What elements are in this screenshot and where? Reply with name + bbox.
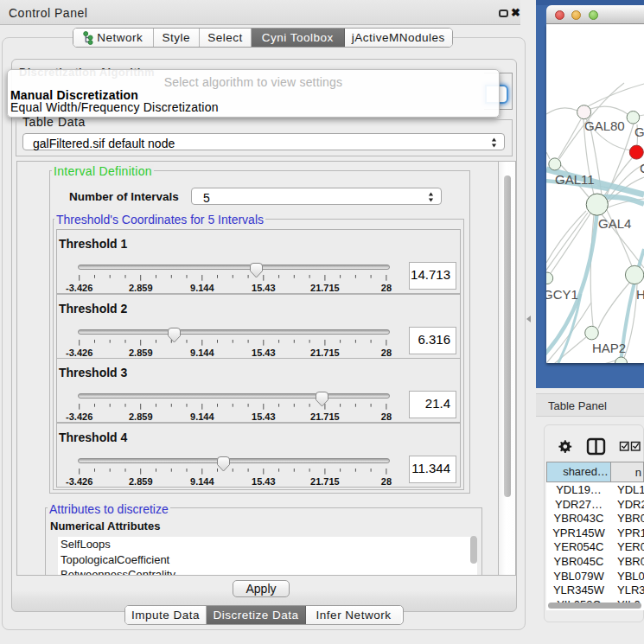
svg-text:GCY1: GCY1 [546,287,578,302]
svg-text:C: C [640,161,644,175]
svg-text:G: G [634,124,644,139]
svg-text:HAP2: HAP2 [592,341,626,355]
svg-text:H: H [636,287,644,302]
svg-text:GAL11: GAL11 [555,172,595,187]
svg-text:GAL4: GAL4 [598,216,631,231]
svg-text:GAL80: GAL80 [584,118,625,133]
